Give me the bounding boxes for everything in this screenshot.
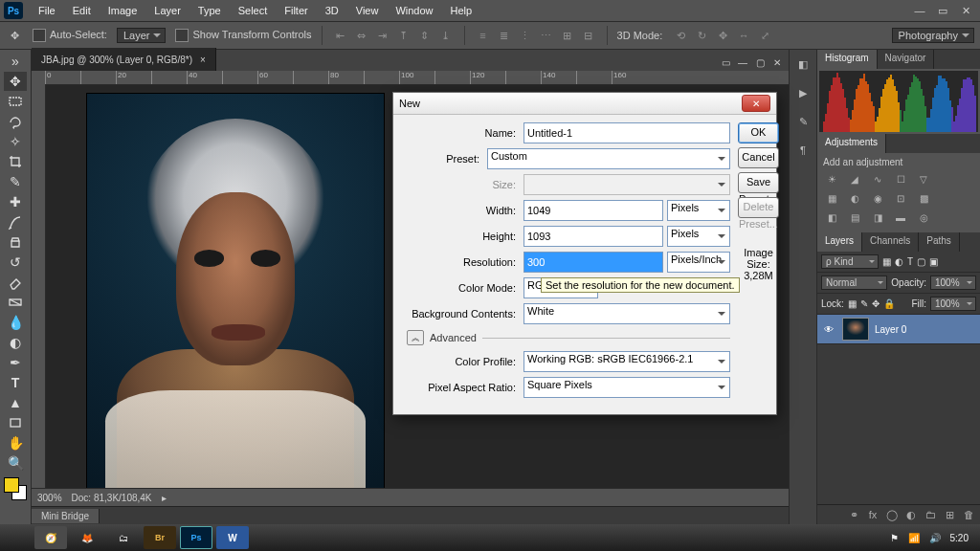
menu-help[interactable]: Help	[443, 3, 480, 18]
paths-tab[interactable]: Paths	[919, 232, 960, 252]
pixel-aspect-select[interactable]: Square Pixels	[523, 377, 730, 398]
delete-layer-icon[interactable]: 🗑	[961, 508, 976, 521]
lock-position-icon[interactable]: ✥	[872, 298, 880, 309]
new-layer-icon[interactable]: ⊞	[942, 508, 957, 521]
align-bottom-icon[interactable]: ⤓	[437, 27, 455, 44]
eyedropper-tool[interactable]: ✎	[4, 172, 27, 191]
invert-adj-icon[interactable]: ◧	[823, 209, 840, 225]
brush-tool[interactable]	[4, 212, 27, 231]
visibility-eye-icon[interactable]: 👁	[821, 321, 836, 337]
menu-type[interactable]: Type	[190, 3, 229, 18]
doc-size-info[interactable]: Doc: 81,3K/108,4K	[72, 493, 152, 503]
width-unit-select[interactable]: Pixels	[667, 200, 730, 221]
window-restore-icon[interactable]: ▭	[932, 3, 953, 18]
minimize-doc-icon[interactable]: —	[735, 55, 750, 69]
window-minimize-icon[interactable]: —	[909, 3, 930, 18]
resolution-field[interactable]	[523, 252, 663, 273]
layer-filter-select[interactable]: ρ Kind	[821, 254, 879, 269]
tabs-toggle-icon[interactable]: »	[4, 52, 27, 71]
layer-name[interactable]: Layer 0	[875, 324, 906, 335]
eraser-tool[interactable]	[4, 273, 27, 292]
height-field[interactable]	[523, 226, 663, 247]
show-transform-checkbox[interactable]: Show Transform Controls	[175, 29, 311, 42]
collapsed-panel-icon[interactable]: ¶	[794, 142, 812, 159]
bg-contents-select[interactable]: White	[523, 303, 730, 324]
distribute-icon[interactable]: ⋯	[538, 27, 555, 44]
canvas[interactable]	[87, 94, 384, 505]
align-vcenter-icon[interactable]: ⇕	[416, 27, 434, 44]
curves-adj-icon[interactable]: ∿	[869, 171, 886, 187]
brightness-adj-icon[interactable]: ☀	[823, 171, 840, 187]
distribute-icon[interactable]: ≡	[475, 27, 492, 44]
collapsed-panel-icon[interactable]: ▶	[794, 84, 812, 101]
move-tool[interactable]: ✥	[4, 72, 27, 91]
close-tab-icon[interactable]: ×	[200, 55, 206, 65]
status-flyout-icon[interactable]: ▸	[162, 493, 167, 503]
selective-color-adj-icon[interactable]: ◎	[915, 209, 932, 225]
workspace-select[interactable]: Photography	[892, 28, 974, 43]
histogram-tab[interactable]: Histogram	[817, 50, 878, 69]
zoom-level[interactable]: 300%	[37, 493, 62, 503]
photo-filter-adj-icon[interactable]: ◉	[869, 190, 886, 206]
levels-adj-icon[interactable]: ◢	[846, 171, 863, 187]
ok-button[interactable]: OK	[738, 122, 779, 143]
tray-clock[interactable]: 5:20	[950, 533, 969, 543]
lock-all-icon[interactable]: 🔒	[883, 298, 895, 309]
type-tool[interactable]: T	[4, 373, 27, 392]
hue-adj-icon[interactable]: ▦	[823, 190, 840, 206]
bw-adj-icon[interactable]: ◐	[846, 190, 863, 206]
slide-3d-icon[interactable]: ↔	[735, 27, 752, 44]
align-top-icon[interactable]: ⤒	[395, 27, 412, 44]
layer-style-icon[interactable]: fx	[865, 508, 880, 521]
blend-mode-select[interactable]: Normal	[821, 276, 887, 290]
filter-shape-icon[interactable]: ▢	[917, 256, 925, 267]
name-field[interactable]	[523, 122, 730, 143]
menu-edit[interactable]: Edit	[65, 3, 99, 18]
mini-bridge-tab[interactable]: Mini Bridge	[32, 509, 100, 523]
width-field[interactable]	[523, 200, 663, 221]
window-close-icon[interactable]: ✕	[955, 3, 976, 18]
menu-image[interactable]: Image	[100, 3, 145, 18]
distribute-icon[interactable]: ⊟	[580, 27, 597, 44]
align-right-icon[interactable]: ⇥	[374, 27, 391, 44]
navigator-tab[interactable]: Navigator	[878, 50, 935, 69]
zoom-tool[interactable]: 🔍	[4, 453, 27, 473]
cancel-button[interactable]: Cancel	[738, 147, 779, 168]
blur-tool[interactable]: 💧	[4, 313, 27, 332]
collapsed-panel-icon[interactable]: ◧	[794, 55, 812, 73]
distribute-icon[interactable]: ⊞	[559, 27, 576, 44]
lasso-tool[interactable]	[4, 112, 27, 131]
maximize-doc-icon[interactable]: ▢	[752, 55, 768, 69]
color-lookup-adj-icon[interactable]: ▩	[915, 190, 932, 206]
gradient-map-adj-icon[interactable]: ▬	[892, 209, 909, 225]
dialog-titlebar[interactable]: New ✕	[393, 93, 776, 115]
color-profile-select[interactable]: Working RGB: sRGB IEC61966-2.1	[523, 351, 730, 372]
filter-smart-icon[interactable]: ▣	[929, 256, 938, 267]
layer-row[interactable]: 👁 Layer 0	[817, 315, 980, 344]
ruler-origin[interactable]	[32, 71, 46, 85]
menu-select[interactable]: Select	[231, 3, 276, 18]
taskbar-app-firefox[interactable]: 🦊	[71, 526, 103, 549]
pan-3d-icon[interactable]: ✥	[714, 27, 731, 44]
rectangle-tool[interactable]	[4, 413, 27, 432]
document-tab[interactable]: JBA.jpg @ 300% (Layer 0, RGB/8*) ×	[32, 48, 216, 71]
exposure-adj-icon[interactable]: ☐	[892, 171, 909, 187]
fill-field[interactable]: 100%	[930, 297, 976, 311]
vertical-ruler[interactable]	[32, 84, 46, 489]
path-select-tool[interactable]: ▲	[4, 393, 27, 412]
foreground-color-swatch[interactable]	[4, 477, 19, 493]
distribute-icon[interactable]: ≣	[496, 27, 513, 44]
menu-window[interactable]: Window	[388, 3, 440, 18]
taskbar-app-finder[interactable]: 🧭	[34, 526, 67, 549]
opacity-field[interactable]: 100%	[930, 276, 976, 290]
filter-type-icon[interactable]: T	[907, 256, 913, 267]
menu-file[interactable]: File	[31, 3, 63, 18]
channels-tab[interactable]: Channels	[862, 232, 919, 252]
tray-flag-icon[interactable]: ⚑	[890, 533, 899, 543]
magic-wand-tool[interactable]: ✧	[4, 132, 27, 151]
layer-thumbnail[interactable]	[842, 318, 869, 341]
history-brush-tool[interactable]: ↺	[4, 253, 27, 272]
align-hcenter-icon[interactable]: ⇔	[353, 27, 370, 44]
adjustments-tab[interactable]: Adjustments	[817, 134, 886, 153]
menu-filter[interactable]: Filter	[277, 3, 315, 18]
